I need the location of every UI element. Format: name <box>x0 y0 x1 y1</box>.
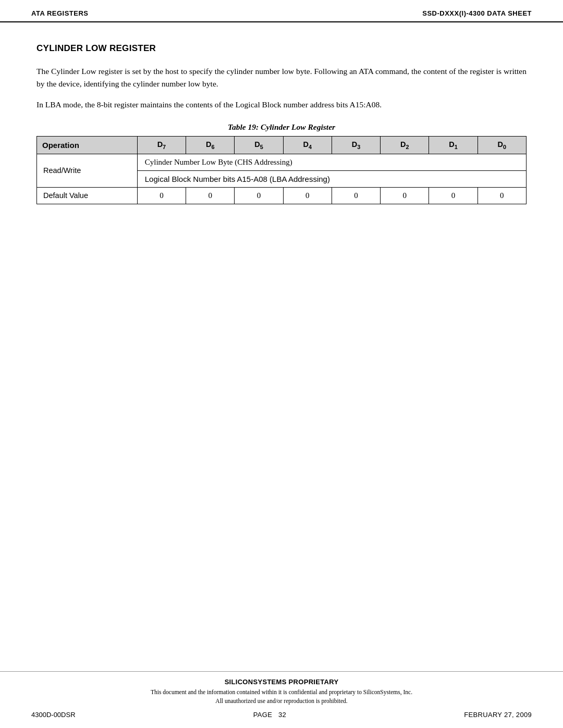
page-container: ATA Registers SSD-Dxxx(I)-4300 Data Shee… <box>0 0 563 728</box>
section-title-text: Cylinder Low Register <box>36 43 156 53</box>
header-left: ATA Registers <box>31 9 89 17</box>
page-header: ATA Registers SSD-Dxxx(I)-4300 Data Shee… <box>0 0 563 22</box>
cell-default-d4: 0 <box>283 187 332 204</box>
col-header-operation: Operation <box>37 137 138 154</box>
cell-readwrite-op: Read/Write <box>37 154 138 187</box>
table-row-default: Default Value 0 0 0 0 0 0 0 0 <box>37 187 527 204</box>
col-header-d3: D3 <box>332 137 380 154</box>
footer-page-number: 32 <box>278 711 286 719</box>
footer-notice-line1: This document and the information contai… <box>31 688 532 697</box>
table-header-row: Operation D7 D6 D5 D4 D3 <box>37 137 527 154</box>
table-caption: Table 19: Cylinder Low Register <box>36 122 527 132</box>
section-title: Cylinder Low Register <box>36 43 527 54</box>
cell-default-d5: 0 <box>235 187 283 204</box>
footer-notice: This document and the information contai… <box>31 688 532 706</box>
footer-doc-number: 4300D-00DSR <box>31 711 76 719</box>
footer-proprietary: SiliconSystems Proprietary <box>31 678 532 686</box>
cell-default-d0: 0 <box>478 187 526 204</box>
cell-default-d2: 0 <box>381 187 429 204</box>
col-header-d4: D4 <box>283 137 332 154</box>
footer-page: Page 32 <box>253 711 286 719</box>
col-header-d2: D2 <box>381 137 429 154</box>
cell-readwrite-lba: Logical Block Number bits A15-A08 (LBA A… <box>137 170 526 187</box>
cell-default-d7: 0 <box>137 187 186 204</box>
footer-bottom: 4300D-00DSR Page 32 February 27, 2009 <box>31 711 532 719</box>
paragraph-1: The Cylinder Low register is set by the … <box>36 65 527 90</box>
header-right-text: SSD-Dxxx(I)-4300 Data Sheet <box>422 9 532 17</box>
footer-page-label: Page <box>253 711 272 719</box>
col-header-d6: D6 <box>186 137 235 154</box>
cell-default-op: Default Value <box>37 187 138 204</box>
cell-default-d6: 0 <box>186 187 235 204</box>
cell-default-d1: 0 <box>429 187 478 204</box>
page-footer: SiliconSystems Proprietary This document… <box>0 671 563 729</box>
cell-readwrite-chs: Cylinder Number Low Byte (CHS Addressing… <box>137 154 526 170</box>
col-header-d5: D5 <box>235 137 283 154</box>
col-header-d0: D0 <box>478 137 526 154</box>
col-header-d1: D1 <box>429 137 478 154</box>
footer-date: February 27, 2009 <box>464 711 532 719</box>
cylinder-low-register-table: Operation D7 D6 D5 D4 D3 <box>36 136 527 204</box>
footer-notice-line2: All unauthorized use and/or reproduction… <box>31 697 532 706</box>
col-header-d7: D7 <box>137 137 186 154</box>
cell-default-d3: 0 <box>332 187 380 204</box>
header-left-text: ATA Registers <box>31 9 89 17</box>
main-content: Cylinder Low Register The Cylinder Low r… <box>0 22 563 671</box>
table-row-readwrite-1: Read/Write Cylinder Number Low Byte (CHS… <box>37 154 527 170</box>
header-right: SSD-Dxxx(I)-4300 Data Sheet <box>422 9 532 17</box>
paragraph-2: In LBA mode, the 8-bit register maintain… <box>36 98 527 111</box>
